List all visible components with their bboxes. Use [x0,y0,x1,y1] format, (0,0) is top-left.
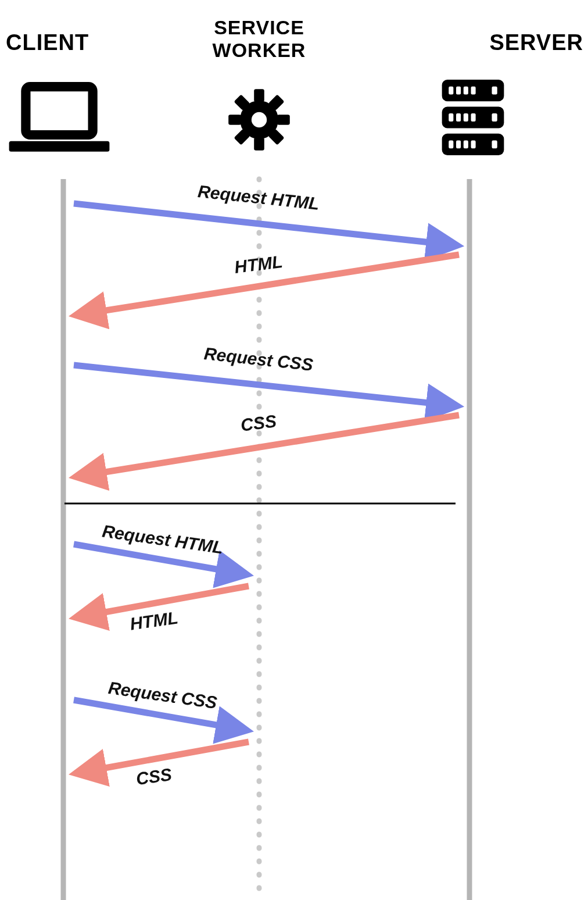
arrow-req-css-1 [74,365,457,406]
sequence-overlay [0,0,588,900]
arrow-req-html-1 [74,203,457,245]
diagram-canvas: CLIENT SERVICEWORKER SERVER [0,0,588,900]
